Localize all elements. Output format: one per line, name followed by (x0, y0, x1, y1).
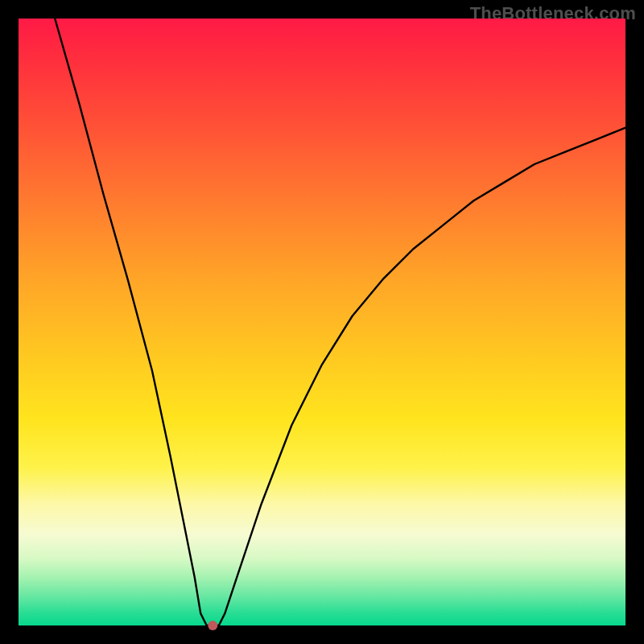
min-marker-dot (208, 621, 217, 630)
plot-area (19, 19, 625, 625)
curve-svg (19, 19, 625, 625)
bottleneck-curve-path (55, 19, 625, 625)
chart-frame: TheBottleneck.com (0, 0, 644, 644)
